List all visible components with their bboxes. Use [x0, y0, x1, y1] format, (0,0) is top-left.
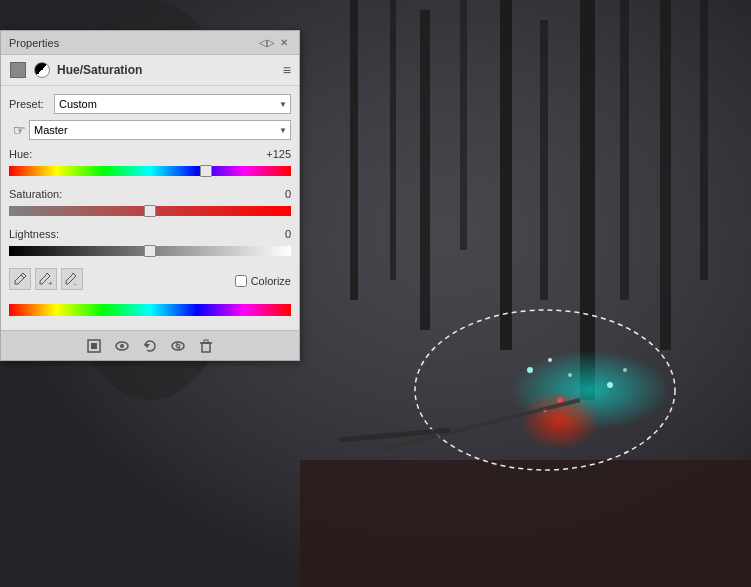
hs-icon	[34, 62, 50, 78]
svg-rect-30	[91, 343, 97, 349]
svg-rect-3	[390, 0, 396, 280]
svg-text:-: -	[74, 279, 77, 286]
svg-point-18	[568, 373, 572, 377]
svg-point-32	[120, 344, 124, 348]
lightness-value: 0	[251, 228, 291, 240]
lightness-thumb[interactable]	[144, 245, 156, 257]
svg-rect-8	[580, 0, 595, 400]
lightness-label: Lightness:	[9, 228, 59, 240]
saturation-label-row: Saturation: 0	[9, 188, 291, 200]
svg-point-16	[527, 367, 533, 373]
properties-panel: Properties ◁▷ ✕ Hue/Saturation ≡ Preset:…	[0, 30, 300, 361]
hue-slider-row: Hue: +125	[9, 148, 291, 180]
view-previous-button[interactable]	[168, 336, 188, 356]
hue-slider-container[interactable]	[9, 162, 291, 180]
panel-title: Properties	[9, 37, 59, 49]
svg-rect-9	[620, 0, 629, 300]
hue-track[interactable]	[9, 166, 291, 176]
svg-text:+: +	[48, 279, 53, 286]
minimize-button[interactable]: ◁▷	[259, 37, 273, 48]
layer-thumb-icon	[9, 61, 27, 79]
svg-rect-11	[700, 0, 708, 280]
colorize-checkbox[interactable]	[235, 275, 247, 287]
title-controls: ◁▷ ✕	[259, 37, 291, 48]
preset-select[interactable]: Custom Default Cyanotype	[54, 94, 291, 114]
mask-icon	[86, 338, 102, 354]
panel-content: Preset: Custom Default Cyanotype ☞ Maste…	[1, 86, 299, 330]
preset-select-wrapper: Custom Default Cyanotype	[54, 94, 291, 114]
svg-rect-5	[460, 0, 467, 250]
svg-rect-4	[420, 10, 430, 330]
add-mask-button[interactable]	[84, 336, 104, 356]
reset-button[interactable]	[140, 336, 160, 356]
svg-point-22	[557, 397, 563, 403]
svg-point-19	[607, 382, 613, 388]
eye-icon	[114, 338, 130, 354]
svg-line-36	[176, 342, 180, 350]
lightness-slider-container[interactable]	[9, 242, 291, 260]
svg-line-26	[21, 275, 24, 278]
colorize-label: Colorize	[251, 275, 291, 287]
svg-rect-39	[204, 340, 208, 343]
eyedropper-button[interactable]	[9, 268, 31, 290]
eyedropper-icon	[13, 272, 27, 286]
eyedropper-add-button[interactable]: +	[35, 268, 57, 290]
hue-thumb[interactable]	[200, 165, 212, 177]
saturation-slider-row: Saturation: 0	[9, 188, 291, 220]
hs-thumb-icon	[33, 61, 51, 79]
bottom-toolbar	[1, 330, 299, 360]
saturation-track[interactable]	[9, 206, 291, 216]
eyedropper-add-icon: +	[39, 272, 53, 286]
saturation-label: Saturation:	[9, 188, 62, 200]
svg-rect-6	[500, 0, 512, 350]
header-title: Hue/Saturation	[57, 63, 142, 77]
channel-row: ☞ Master Reds Yellows Greens Cyans Blues…	[9, 120, 291, 140]
spectrum-bar	[9, 304, 291, 316]
svg-rect-10	[660, 0, 671, 350]
hand-cursor-icon[interactable]: ☞	[9, 120, 29, 140]
preset-row: Preset: Custom Default Cyanotype	[9, 94, 291, 114]
lightness-label-row: Lightness: 0	[9, 228, 291, 240]
view-previous-icon	[170, 338, 186, 354]
colorize-row: Colorize	[235, 275, 291, 287]
eyedropper-tools: + -	[9, 268, 83, 290]
svg-rect-37	[202, 343, 210, 352]
preset-label: Preset:	[9, 98, 54, 110]
svg-point-20	[623, 368, 627, 372]
svg-rect-2	[350, 0, 358, 300]
saturation-slider-container[interactable]	[9, 202, 291, 220]
hue-value: +125	[251, 148, 291, 160]
eyedropper-subtract-button[interactable]: -	[61, 268, 83, 290]
reset-icon	[142, 338, 158, 354]
svg-point-17	[548, 358, 552, 362]
saturation-value: 0	[251, 188, 291, 200]
visibility-button[interactable]	[112, 336, 132, 356]
svg-rect-12	[300, 460, 751, 587]
layer-icon	[10, 62, 26, 78]
panel-menu-button[interactable]: ≡	[283, 62, 291, 78]
eyedropper-subtract-icon: -	[65, 272, 79, 286]
panel-header: Hue/Saturation ≡	[1, 55, 299, 86]
delete-button[interactable]	[196, 336, 216, 356]
hue-label-row: Hue: +125	[9, 148, 291, 160]
lightness-track[interactable]	[9, 246, 291, 256]
saturation-thumb[interactable]	[144, 205, 156, 217]
panel-titlebar: Properties ◁▷ ✕	[1, 31, 299, 55]
svg-rect-7	[540, 20, 548, 300]
close-button[interactable]: ✕	[277, 37, 291, 48]
channel-select-wrapper: Master Reds Yellows Greens Cyans Blues M…	[29, 120, 291, 140]
channel-select[interactable]: Master Reds Yellows Greens Cyans Blues M…	[29, 120, 291, 140]
lightness-slider-row: Lightness: 0	[9, 228, 291, 260]
hue-label: Hue:	[9, 148, 32, 160]
trash-icon	[198, 338, 214, 354]
